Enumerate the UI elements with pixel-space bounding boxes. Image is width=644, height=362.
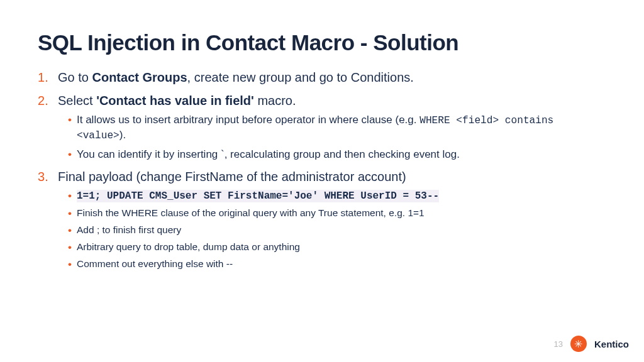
slide-title: SQL Injection in Contact Macro - Solutio… [38,30,606,55]
step-2-sub-1: It allows us to insert arbitrary input b… [68,113,606,143]
step-3-sub-4: Arbitrary query to drop table, dump data… [68,241,606,254]
brand-logo-icon: ✳ [570,336,587,352]
page-number: 13 [554,339,563,349]
footer: 13 ✳ Kentico [554,336,629,352]
step-2-sub: It allows us to insert arbitrary input b… [58,113,606,162]
step-3-sub-1: 1=1; UPDATE CMS_User SET FirstName='Joe'… [68,189,606,204]
step-3-sub: 1=1; UPDATE CMS_User SET FirstName='Joe'… [58,189,606,271]
step-3-sub-3: Add ; to finish first query [68,224,606,237]
step-3-sub-2: Finish the WHERE clause of the original … [68,207,606,220]
step-3: Final payload (change FirstName of the a… [58,168,606,271]
step-1: Go to Contact Groups, create new group a… [58,69,606,86]
brand-name: Kentico [594,339,629,349]
step-2: Select 'Contact has value in field' macr… [58,92,606,162]
step-3-sub-5: Comment out everything else with -- [68,258,606,271]
steps-list: Go to Contact Groups, create new group a… [38,69,606,271]
step-2-sub-2: You can identify it by inserting `, reca… [68,148,606,162]
